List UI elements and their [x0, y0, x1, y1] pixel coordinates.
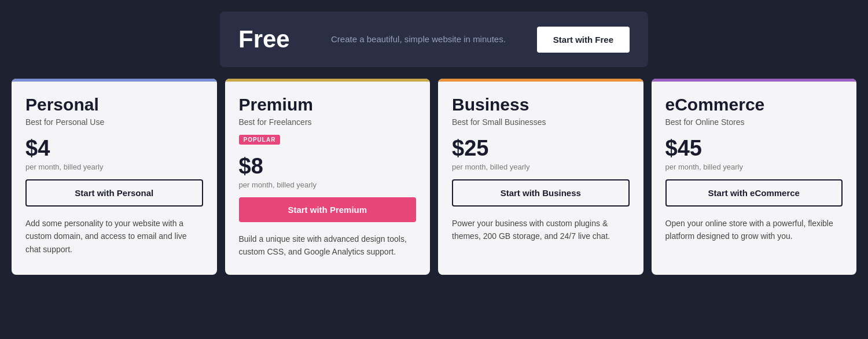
- premium-plan-billing: per month, billed yearly: [239, 180, 417, 189]
- personal-plan-description: Add some personality to your website wit…: [25, 217, 203, 256]
- ecommerce-plan-card: eCommerce Best for Online Stores $45 per…: [652, 79, 857, 275]
- ecommerce-plan-billing: per month, billed yearly: [665, 163, 843, 171]
- premium-plan-cta-button[interactable]: Start with Premium: [239, 197, 417, 222]
- business-plan-card: Business Best for Small Businesses $25 p…: [438, 79, 643, 275]
- personal-plan-cta-button[interactable]: Start with Personal: [25, 179, 203, 207]
- personal-plan-name: Personal: [25, 95, 203, 114]
- personal-plan-price: $4: [25, 137, 203, 159]
- pricing-cards-grid: Personal Best for Personal Use $4 per mo…: [12, 79, 856, 275]
- free-plan-cta-button[interactable]: Start with Free: [537, 27, 630, 53]
- free-plan-name: Free: [238, 25, 308, 53]
- ecommerce-plan-name: eCommerce: [665, 95, 843, 114]
- premium-plan-tagline: Best for Freelancers: [239, 117, 417, 127]
- personal-plan-tagline: Best for Personal Use: [25, 117, 203, 127]
- business-plan-billing: per month, billed yearly: [452, 163, 630, 171]
- personal-plan-card: Personal Best for Personal Use $4 per mo…: [12, 79, 217, 275]
- business-plan-tagline: Best for Small Businesses: [452, 117, 630, 127]
- premium-plan-price: $8: [239, 155, 417, 177]
- business-plan-description: Power your business with custom plugins …: [452, 217, 630, 243]
- premium-plan-description: Build a unique site with advanced design…: [239, 233, 417, 259]
- ecommerce-plan-price: $45: [665, 137, 843, 159]
- premium-plan-name: Premium: [239, 95, 417, 114]
- popular-badge: POPULAR: [239, 135, 281, 145]
- personal-plan-billing: per month, billed yearly: [25, 163, 203, 171]
- business-plan-price: $25: [452, 137, 630, 159]
- free-tier-banner: Free Create a beautiful, simple website …: [220, 12, 648, 67]
- ecommerce-plan-description: Open your online store with a powerful, …: [665, 217, 843, 243]
- ecommerce-plan-tagline: Best for Online Stores: [665, 117, 843, 127]
- ecommerce-plan-cta-button[interactable]: Start with eCommerce: [665, 179, 843, 207]
- free-plan-description: Create a beautiful, simple website in mi…: [331, 33, 514, 46]
- premium-plan-card: Premium Best for Freelancers POPULAR $8 …: [225, 79, 431, 275]
- business-plan-name: Business: [452, 95, 630, 114]
- business-plan-cta-button[interactable]: Start with Business: [452, 179, 630, 207]
